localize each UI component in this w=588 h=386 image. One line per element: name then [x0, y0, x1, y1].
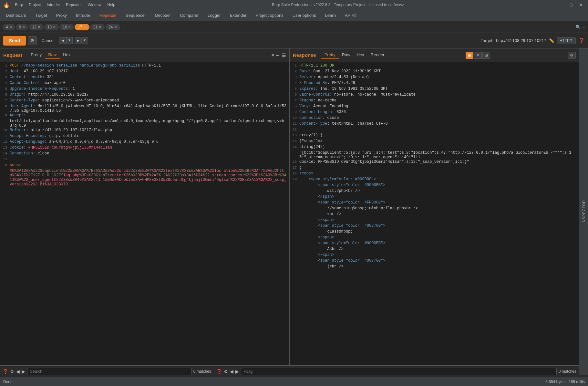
request-wrap-icon[interactable]: ☰ [282, 53, 286, 58]
response-subtab-raw[interactable]: Raw [339, 51, 354, 59]
send-button[interactable]: Send [3, 36, 26, 46]
menu-help[interactable]: Help [105, 1, 118, 8]
code-line: </span> [290, 194, 579, 200]
nav-back-button[interactable]: ◀ [59, 37, 66, 44]
nav-tab-comparer[interactable]: Comparer [175, 11, 203, 20]
close-tab-21[interactable]: ✕ [99, 25, 101, 29]
close-tab-16[interactable]: ✕ [68, 25, 71, 29]
help-icon[interactable]: ❓ [578, 37, 585, 44]
nav-tab-extender[interactable]: Extender [225, 11, 251, 20]
minimize-button[interactable]: ─ [558, 2, 565, 8]
code-line: 5 Expires: Thu, 19 Nov 1981 08:52:00 GMT [290, 87, 579, 92]
view-btn-list[interactable]: ≡ [474, 52, 482, 59]
request-subtab-pretty[interactable]: Pretty [27, 51, 45, 59]
code-line: 19 <span style="color: #000000"> [290, 177, 579, 183]
request-nav-back-icon[interactable]: ◀ [16, 369, 20, 374]
nav-forward-dropdown[interactable]: ▼ [82, 37, 88, 44]
response-help-icon[interactable]: ❓ [216, 369, 222, 374]
close-tab-9[interactable]: ✕ [22, 25, 25, 29]
response-code-area[interactable]: 1 HTTP/1.1 200 OK 2 Date: Sun, 27 Nov 20… [290, 62, 579, 375]
nav-back-group: ◀ ▼ [59, 37, 73, 44]
code-line: %0%3A10%3A%22SoapClient%22%3A5%3A%7Bs%3A… [0, 169, 289, 187]
response-subtab-pretty[interactable]: Pretty [321, 51, 339, 59]
rep-tab-12[interactable]: 12 ✕ [29, 24, 43, 30]
nav-tab-project-options[interactable]: Project options [251, 11, 288, 20]
inspector-panel: INSPECTOR [579, 48, 588, 375]
request-help-icon[interactable]: ❓ [3, 369, 8, 374]
menu-burp[interactable]: Burp [12, 1, 26, 8]
nav-tab-decoder[interactable]: Decoder [150, 11, 175, 20]
nav-tab-intruder[interactable]: Intruder [71, 11, 95, 20]
nav-tab-dashboard[interactable]: Dashboard [1, 11, 31, 20]
menu-window[interactable]: Window [85, 1, 104, 8]
view-btn-split[interactable]: ⊞ [466, 52, 473, 59]
response-settings-icon[interactable]: ⚙ [224, 369, 228, 374]
nav-tab-apikit[interactable]: APIKit [340, 11, 361, 20]
request-nav-forward-icon[interactable]: ▶ [22, 369, 25, 374]
response-subtab-render[interactable]: Render [367, 51, 388, 59]
response-nav-back-icon[interactable]: ◀ [230, 369, 233, 374]
rep-tab-17[interactable]: 17 ✕ [75, 24, 89, 30]
response-settings-icon[interactable]: ⚙ [568, 52, 576, 59]
request-subtab-raw[interactable]: Raw [45, 51, 60, 59]
rep-tab-9[interactable]: 9 ✕ [16, 24, 28, 30]
close-tab-13[interactable]: ✕ [53, 25, 56, 29]
menu-repeater[interactable]: Repeater [63, 1, 84, 8]
response-nav-forward-icon[interactable]: ▶ [235, 369, 239, 374]
menu-intruder[interactable]: Intruder [44, 1, 63, 8]
close-tab-12[interactable]: ✕ [38, 25, 40, 29]
send-settings-button[interactable]: ⚙ [28, 36, 37, 45]
more-options-icon[interactable]: ⋯ [581, 25, 585, 29]
code-line: 6 Origin: http://47.108.29.107:10217 [0, 92, 289, 98]
request-newline-icon[interactable]: ↵ [276, 53, 280, 58]
request-subtab-hex[interactable]: Hex [60, 51, 74, 59]
target-label: Target: [480, 38, 493, 43]
nav-tab-repeater[interactable]: Repeater [95, 11, 121, 20]
nav-back-dropdown[interactable]: ▼ [66, 37, 73, 44]
rep-tab-24[interactable]: 24 ✕ [105, 24, 120, 30]
close-button[interactable]: ✕ [577, 2, 585, 8]
target-edit-icon[interactable]: ✏️ [549, 38, 554, 43]
response-search-input[interactable] [241, 368, 557, 375]
request-bottom-bar: ❓ ⚙ ◀ ▶ 0 matches [0, 365, 214, 377]
nav-tab-logger[interactable]: Logger [203, 11, 225, 20]
view-btn-grid[interactable]: ⊟ [482, 52, 490, 59]
nav-forward-button[interactable]: ▶ [75, 37, 82, 44]
rep-tab-4[interactable]: 4 ✕ [3, 24, 15, 30]
close-tab-24[interactable]: ✕ [114, 25, 117, 29]
titlebar-title: Burp Suite Professional v2022.8.3 - Temp… [118, 3, 558, 7]
nav-tab-sequencer[interactable]: Sequencer [121, 11, 150, 20]
code-line: 5 Upgrade-Insecure-Requests: 1 [0, 87, 289, 92]
search-icon[interactable]: 🔍 [575, 25, 581, 29]
titlebar-controls: ─ □ ✕ [558, 2, 585, 8]
nav-tab-learn[interactable]: Learn [321, 11, 340, 20]
add-tab-button[interactable]: + [121, 24, 128, 31]
close-tab-4[interactable]: ✕ [9, 25, 12, 29]
response-subtab-hex[interactable]: Hex [354, 51, 367, 59]
rep-tab-13[interactable]: 13 ✕ [44, 24, 59, 30]
code-line: 4 Cache-Control: max-age=0 [0, 81, 289, 87]
http-version-selector[interactable]: HTTP/1 [557, 37, 576, 44]
code-line: 16 Cookie: PHPSESSID=c9urdtg4kjp5jl36mrl… [290, 160, 579, 165]
code-line: 1 POST /?baby=session.serialize_handler&… [0, 63, 289, 69]
code-line: 10 Referer: http://47.108.29.107:10217/f… [0, 128, 289, 134]
cancel-button[interactable]: Cancel [39, 37, 57, 44]
code-line: 14 Connection: close [0, 151, 289, 157]
rep-tab-16[interactable]: 16 ✕ [59, 24, 74, 30]
code-line: A<br /> [290, 247, 579, 253]
code-line: 11 Accept-Encoding: gzip, deflate [0, 134, 289, 140]
menu-project[interactable]: Project [26, 1, 43, 8]
code-line: 9 Accept: [0, 113, 289, 119]
code-line: <span style="color: #0000BB"> [290, 241, 579, 247]
request-code-area[interactable]: 1 POST /?baby=session.serialize_handler&… [0, 62, 289, 375]
request-format-icon[interactable]: ≡ [272, 53, 274, 58]
rep-tab-21[interactable]: 21 ✕ [90, 24, 105, 30]
code-line: 16 sess= [0, 163, 289, 169]
nav-tab-target[interactable]: Target [31, 11, 52, 20]
nav-tab-user-options[interactable]: User options [288, 11, 321, 20]
maximize-button[interactable]: □ [568, 2, 574, 8]
request-search-input[interactable] [27, 368, 191, 375]
nav-tab-proxy[interactable]: Proxy [52, 11, 71, 20]
close-tab-17[interactable]: ✕ [84, 25, 86, 29]
request-settings-icon[interactable]: ⚙ [10, 369, 14, 374]
